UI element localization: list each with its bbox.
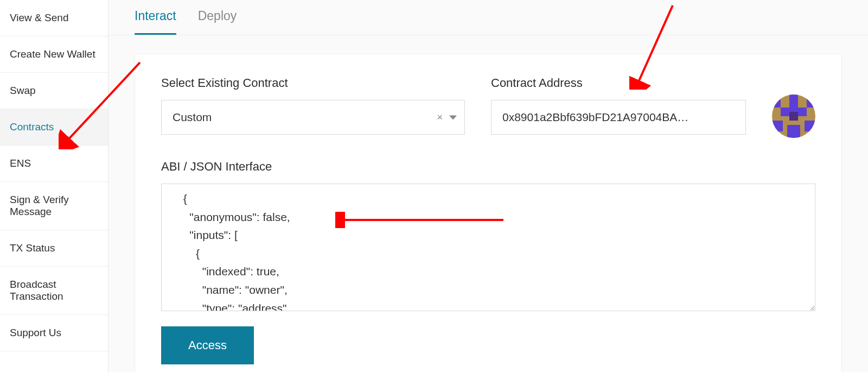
svg-rect-6 — [772, 121, 783, 131]
sidebar-item-contracts[interactable]: Contracts — [0, 109, 108, 146]
sidebar-item-sign-verify[interactable]: Sign & Verify Message — [0, 182, 108, 230]
sidebar-item-label: Broadcast Transaction — [10, 279, 63, 302]
tab-label: Interact — [135, 9, 176, 23]
svg-rect-3 — [807, 94, 815, 108]
abi-textarea[interactable] — [161, 184, 815, 311]
sidebar-item-swap[interactable]: Swap — [0, 73, 108, 109]
svg-rect-5 — [789, 112, 798, 121]
chevron-down-icon[interactable] — [449, 115, 457, 119]
sidebar-item-label: ENS — [10, 157, 31, 169]
tab-label: Deploy — [198, 9, 237, 23]
svg-rect-2 — [789, 94, 798, 108]
interact-panel: Select Existing Contract Custom × Contra… — [135, 54, 842, 372]
contract-address-input[interactable]: 0x8901a2Bbf639bFD21A97004BA… — [491, 100, 746, 135]
svg-rect-1 — [772, 94, 781, 108]
svg-rect-7 — [805, 121, 815, 131]
abi-field: ABI / JSON Interface — [161, 160, 815, 311]
tab-interact[interactable]: Interact — [135, 0, 176, 35]
selected-contract-value: Custom — [173, 111, 212, 124]
svg-rect-8 — [787, 125, 800, 138]
sidebar-item-label: Sign & Verify Message — [10, 194, 69, 217]
sidebar-item-view-send[interactable]: View & Send — [0, 0, 108, 36]
contract-address-value: 0x8901a2Bbf639bFD21A97004BA… — [502, 111, 688, 124]
main-content: Interact Deploy Select Existing Contract… — [108, 0, 868, 372]
select-contract-field: Select Existing Contract Custom × — [161, 76, 465, 135]
sidebar-item-label: Create New Wallet — [10, 48, 95, 60]
access-button[interactable]: Access — [161, 326, 254, 364]
access-button-label: Access — [188, 338, 227, 352]
sidebar-item-tx-status[interactable]: TX Status — [0, 230, 108, 267]
abi-label: ABI / JSON Interface — [161, 160, 815, 174]
select-contract-label: Select Existing Contract — [161, 76, 465, 90]
address-identicon — [772, 94, 815, 138]
sidebar-item-create-wallet[interactable]: Create New Wallet — [0, 36, 108, 73]
tabs: Interact Deploy — [108, 0, 868, 35]
sidebar-item-label: View & Send — [10, 12, 68, 23]
sidebar-item-broadcast[interactable]: Broadcast Transaction — [0, 267, 108, 315]
sidebar-item-label: Support Us — [10, 327, 61, 338]
contract-address-field: Contract Address 0x8901a2Bbf639bFD21A970… — [491, 76, 746, 135]
contract-address-label: Contract Address — [491, 76, 746, 90]
sidebar-item-label: Swap — [10, 85, 36, 96]
sidebar-item-label: TX Status — [10, 242, 55, 254]
sidebar-item-label: Contracts — [10, 121, 54, 133]
contract-select-dropdown[interactable]: Custom × — [161, 100, 465, 135]
tab-deploy[interactable]: Deploy — [198, 0, 237, 35]
clear-icon[interactable]: × — [437, 112, 443, 123]
sidebar-item-ens[interactable]: ENS — [0, 146, 108, 182]
sidebar: View & Send Create New Wallet Swap Contr… — [0, 0, 108, 372]
sidebar-item-support[interactable]: Support Us — [0, 315, 108, 351]
